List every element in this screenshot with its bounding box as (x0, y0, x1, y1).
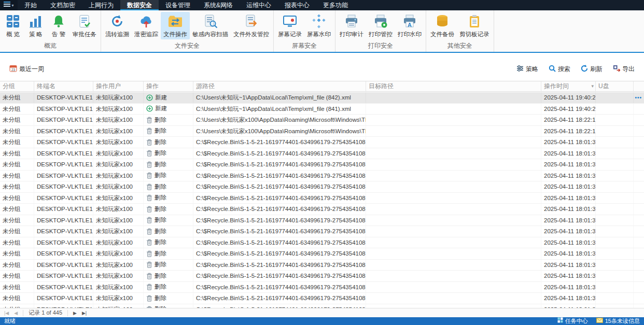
cell-source-path: C:\$Recycle.Bin\S-1-5-21-1619774401-6349… (193, 137, 366, 148)
cell-terminal: DESKTOP-VLKTLE1 (34, 215, 93, 226)
menu-tab-doc-encrypt[interactable]: 文档加密 (44, 0, 82, 10)
column-header-operation-time[interactable]: 操作时间 ▾ (541, 81, 596, 91)
policy-sliders-icon (516, 65, 524, 74)
cell-target-path (366, 115, 541, 125)
unread-messages-button[interactable]: 15条未读信息 (596, 317, 640, 325)
task-center-button[interactable]: 任务中心 (557, 317, 588, 325)
ribbon-button-print-audit[interactable]: 打印审计 (337, 12, 366, 39)
table-row[interactable]: 未分组 DESKTOP-VLKTLE1 未知玩家x100 删除 C:\$Recy… (0, 293, 644, 304)
ribbon-button-screen-record[interactable]: 屏幕记录 (275, 12, 304, 39)
table-row[interactable]: 未分组 DESKTOP-VLKTLE1 未知玩家x100 删除 C:\$Recy… (0, 204, 644, 215)
cell-group: 未分组 (0, 204, 34, 215)
menu-tab-system-network[interactable]: 系统&网络 (197, 0, 240, 10)
cell-usb (596, 193, 634, 204)
column-header-user[interactable]: 操作用户 (93, 81, 144, 91)
ribbon-button-overview[interactable]: 概 览 (2, 12, 24, 39)
table-row[interactable]: 未分组 DESKTOP-VLKTLE1 未知玩家x100 删除 C:\$Recy… (0, 171, 644, 182)
pager-next-icon[interactable]: ▶ (73, 310, 77, 316)
date-range-filter[interactable]: 23 最近一周 (9, 64, 44, 74)
cell-row-end (634, 171, 644, 181)
column-header-terminal[interactable]: 终端名 (34, 81, 93, 91)
pager-last-icon[interactable]: ▶| (82, 310, 87, 316)
cell-row-end (634, 159, 644, 170)
ribbon-button-file-operations[interactable]: 文件操作 (161, 12, 190, 39)
cell-operation-time: 2025-04-11 18:01:38 (541, 181, 596, 192)
table-row[interactable]: 未分组 DESKTOP-VLKTLE1 未知玩家x100 删除 C:\$Recy… (0, 226, 644, 237)
table-row[interactable]: 未分组 DESKTOP-VLKTLE1 未知玩家x100 删除 C:\Users… (0, 126, 644, 137)
menu-tab-web-behavior[interactable]: 上网行为 (82, 0, 120, 10)
table-row[interactable]: 未分组 DESKTOP-VLKTLE1 未知玩家x100 删除 C:\$Recy… (0, 181, 644, 193)
flow-trace-icon (110, 13, 124, 29)
ribbon-button-file-backup[interactable]: 文件备份 (428, 12, 457, 39)
ribbon-button-print-watermark[interactable]: A 打印水印 (395, 12, 424, 39)
menu-tab-ops-center[interactable]: 运维中心 (240, 0, 278, 10)
column-header-group[interactable]: 分组 (0, 81, 34, 91)
cell-target-path (366, 271, 541, 281)
ribbon-button-policy[interactable]: 策 略 (24, 12, 47, 39)
ribbon-button-print-control[interactable]: 打印管控 (366, 12, 395, 39)
table-row[interactable]: 未分组 DESKTOP-VLKTLE1 未知玩家x100 删除 C:\$Recy… (0, 237, 644, 249)
operation-label: 删除 (155, 215, 166, 226)
ribbon-button-label: 屏幕水印 (307, 31, 331, 38)
table-row[interactable]: 未分组 DESKTOP-VLKTLE1 未知玩家x100 删除 C:\$Recy… (0, 282, 644, 293)
ribbon-button-leak-track[interactable]: 泄密追踪 (132, 12, 161, 39)
menu-tab-more[interactable]: 更多功能 (316, 0, 355, 10)
table-row[interactable]: 未分组 DESKTOP-VLKTLE1 未知玩家x100 删除 C:\$Recy… (0, 137, 644, 148)
column-header-operation-time-label: 操作时间 (544, 81, 569, 91)
menu-tab-data-security[interactable]: 数据安全 (120, 0, 159, 10)
table-row[interactable]: 未分组 DESKTOP-VLKTLE1 未知玩家x100 删除 C:\Users… (0, 115, 644, 126)
ribbon-button-flow-trace[interactable]: 流转追溯 (103, 12, 132, 39)
column-header-source-path[interactable]: 源路径 (193, 81, 366, 91)
operation-label: 删除 (155, 126, 166, 137)
operation-label: 删除 (155, 137, 166, 148)
operation-label: 删除 (155, 282, 166, 293)
column-filter-caret-icon[interactable]: ▾ (591, 81, 594, 91)
cell-user: 未知玩家x100 (93, 271, 144, 281)
table-row[interactable]: 未分组 DESKTOP-VLKTLE1 未知玩家x100 删除 C:\$Recy… (0, 260, 644, 271)
cell-operation: 删除 (144, 215, 193, 226)
app-logo-button[interactable]: ▾ (0, 0, 18, 10)
cell-group: 未分组 (0, 137, 34, 148)
table-row[interactable]: 未分组 DESKTOP-VLKTLE1 未知玩家x100 删除 C:\$Recy… (0, 271, 644, 282)
table-row[interactable]: 未分组 DESKTOP-VLKTLE1 未知玩家x100 删除 C:\$Recy… (0, 248, 644, 260)
menu-tab-start[interactable]: 开始 (18, 0, 44, 10)
cell-terminal: DESKTOP-VLKTLE1 (34, 271, 93, 281)
main-menu: 开始 文档加密 上网行为 数据安全 设备管理 系统&网络 运维中心 报表中心 更… (18, 0, 355, 10)
table-row[interactable]: 未分组 DESKTOP-VLKTLE1 未知玩家x100 删除 C:\$Recy… (0, 193, 644, 204)
table-row[interactable]: 未分组 DESKTOP-VLKTLE1 未知玩家x100 删除 C:\$Recy… (0, 148, 644, 160)
menu-tab-report-center[interactable]: 报表中心 (278, 0, 316, 10)
cell-target-path (366, 92, 541, 103)
ribbon-button-clipboard-record[interactable]: 剪切板记录 (457, 12, 492, 39)
record-count-label: 记录 1 of 445 (29, 309, 62, 317)
table-row[interactable]: 未分组 DESKTOP-VLKTLE1 未知玩家x100 删除 C:\$Recy… (0, 159, 644, 171)
ribbon-button-file-outgoing[interactable]: 文件外发管控 (231, 12, 272, 39)
cell-user: 未知玩家x100 (93, 204, 144, 215)
table-row[interactable]: 未分组 DESKTOP-VLKTLE1 未知玩家x100 新建 C:\Users… (0, 92, 644, 104)
table-row[interactable]: 未分组 DESKTOP-VLKTLE1 未知玩家x100 删除 C:\$Recy… (0, 304, 644, 308)
pager-first-icon[interactable]: |◀ (4, 310, 9, 316)
cell-group: 未分组 (0, 104, 34, 115)
policy-button[interactable]: 策略 (516, 65, 538, 74)
table-row[interactable]: 未分组 DESKTOP-VLKTLE1 未知玩家x100 新建 C:\Users… (0, 104, 644, 115)
cell-usb (596, 226, 634, 237)
search-button[interactable]: 搜索 (549, 65, 570, 74)
cell-operation: 删除 (144, 171, 193, 181)
column-header-operation[interactable]: 操作 (144, 81, 193, 91)
ribbon-button-screen-watermark[interactable]: 屏幕水印 (304, 12, 333, 39)
column-header-usb[interactable]: U盘 (596, 81, 634, 91)
menu-tab-device-mgmt[interactable]: 设备管理 (159, 0, 197, 10)
export-button[interactable]: 导出 (613, 65, 635, 74)
ribbon-button-approval-tasks[interactable]: 审批任务 (70, 12, 99, 39)
cell-source-path: C:\$Recycle.Bin\S-1-5-21-1619774401-6349… (193, 237, 366, 248)
pager-prev-icon[interactable]: ◀ (14, 310, 18, 316)
ribbon-button-sensitive-scan[interactable]: 敏感内容扫描 (190, 12, 231, 39)
row-actions-menu-icon[interactable]: ••• (635, 92, 644, 103)
cell-operation: 删除 (144, 271, 193, 281)
refresh-button[interactable]: 刷新 (581, 65, 603, 74)
column-header-target-path[interactable]: 目标路径 (366, 81, 541, 91)
ribbon-toolbar: 概 览 策 略 告 警 审批任务 概览 (0, 10, 644, 53)
print-watermark-icon: A (402, 13, 417, 29)
table-row[interactable]: 未分组 DESKTOP-VLKTLE1 未知玩家x100 删除 C:\$Recy… (0, 215, 644, 227)
ribbon-button-alerts[interactable]: 告 警 (47, 12, 70, 39)
operation-label: 删除 (155, 237, 166, 248)
